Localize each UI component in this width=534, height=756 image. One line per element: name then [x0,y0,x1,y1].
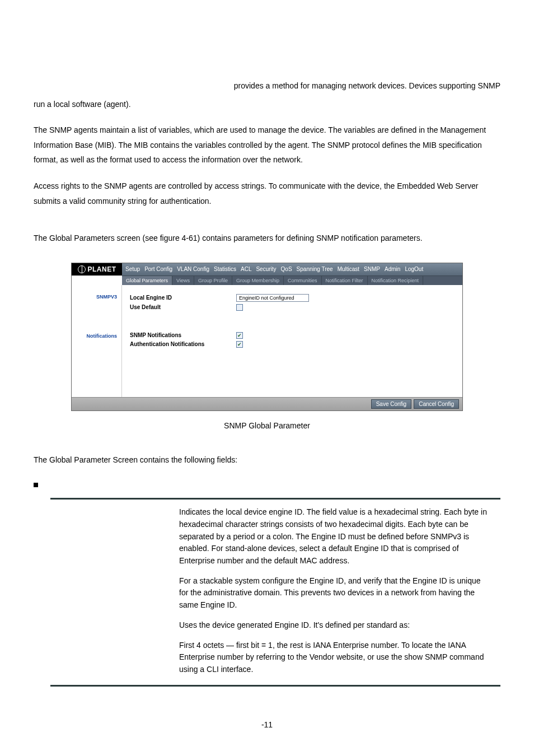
tab-group-membership[interactable]: Group Membership [232,276,284,285]
save-config-button[interactable]: Save Config [371,399,411,409]
def-para-3: Uses the device generated Engine ID. It'… [179,619,489,632]
use-default-label: Use Default [130,304,236,310]
intro-para-4: The Global Parameters screen (see figure… [34,231,500,246]
menu-vlan-config[interactable]: VLAN Config [177,266,209,272]
menu-multicast[interactable]: Multicast [338,266,359,272]
brand-text: PLANET [88,265,116,273]
definition-table: Indicates the local device engine ID. Th… [50,498,500,686]
intro-fragment-run: run a local software (agent). [34,97,500,112]
menu-spanning-tree[interactable]: Spanning Tree [297,266,333,272]
snmp-notifications-label: SNMP Notifications [130,332,236,338]
bullet-icon [34,483,38,487]
auth-notifications-label: Authentication Notifications [130,341,236,347]
brand-logo: PLANET [72,263,122,276]
tab-group-profile[interactable]: Group Profile [194,276,232,285]
side-section-snmpv3: SNMPV3 [72,288,121,300]
def-para-2: For a stackable system configure the Eng… [179,575,489,612]
local-engine-id-input[interactable] [236,294,309,302]
fields-intro: The Global Parameter Screen contains the… [34,452,500,468]
menu-acl[interactable]: ACL [241,266,251,272]
side-section-notifications: Notifications [72,328,121,339]
menu-security[interactable]: Security [256,266,276,272]
def-para-4: First 4 octets — first bit = 1, the rest… [179,640,489,676]
table-bottom-rule [50,685,500,687]
menu-admin[interactable]: Admin [385,266,400,272]
intro-para-3: Access rights to the SNMP agents are con… [34,179,500,208]
page-number: -11 [34,720,500,729]
cancel-config-button[interactable]: Cancel Config [414,399,459,409]
menu-setup[interactable]: Setup [125,266,140,272]
menu-port-config[interactable]: Port Config [144,266,172,272]
intro-para-2: The SNMP agents maintain a list of varia… [34,123,500,167]
snmp-notifications-checkbox[interactable]: ✔ [236,332,243,339]
tab-communities[interactable]: Communities [284,276,322,285]
tab-notification-filter[interactable]: Notification Filter [322,276,368,285]
local-engine-id-label: Local Engine ID [130,295,236,301]
auth-notifications-checkbox[interactable]: ✔ [236,341,243,348]
main-menu: Setup Port Config VLAN Config Statistics… [122,263,462,276]
def-para-1: Indicates the local device engine ID. Th… [179,506,489,567]
menu-statistics[interactable]: Statistics [214,266,236,272]
globe-icon [78,265,86,273]
snmp-global-screenshot: PLANET Setup Port Config VLAN Config Sta… [71,263,463,411]
use-default-checkbox[interactable] [236,304,243,311]
menu-logout[interactable]: LogOut [405,266,423,272]
tab-views[interactable]: Views [172,276,194,285]
menu-qos[interactable]: QoS [281,266,292,272]
side-panel: SNMPV3 Notifications [72,285,122,397]
tab-notification-recipient[interactable]: Notification Recipient [368,276,424,285]
menu-snmp[interactable]: SNMP [364,266,380,272]
tab-global-parameters[interactable]: Global Parameters [122,276,172,285]
intro-fragment-top: provides a method for managing network d… [218,78,500,94]
screenshot-caption: SNMP Global Parameter [34,421,500,430]
footer-bar: Save Config Cancel Config [72,397,462,410]
sub-tabs: Global Parameters Views Group Profile Gr… [122,276,462,285]
